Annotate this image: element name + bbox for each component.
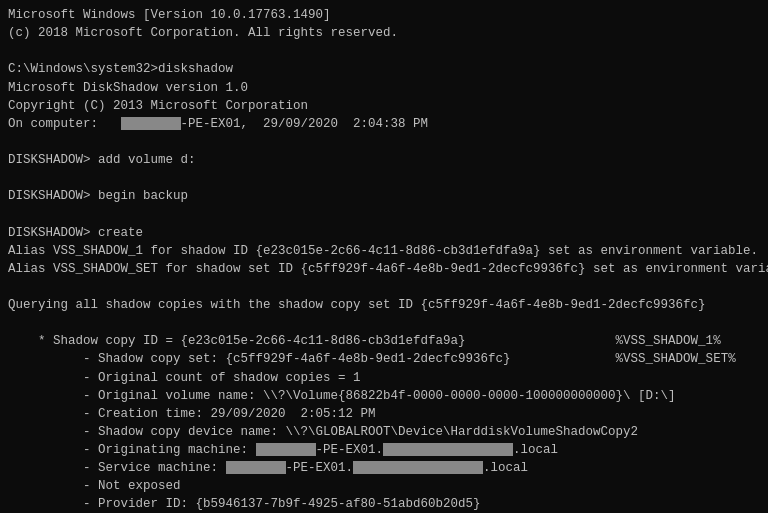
- blank-2: [8, 133, 760, 151]
- vss-shadow-1-pct: %VSS_SHADOW_1%: [616, 334, 721, 348]
- cmd-begin-backup: DISKSHADOW> begin backup: [8, 187, 760, 205]
- blank-4: [8, 205, 760, 223]
- not-exposed-line: - Not exposed: [8, 477, 760, 495]
- redacted-service-domain: [353, 461, 483, 474]
- querying-line: Querying all shadow copies with the shad…: [8, 296, 760, 314]
- provider-id-line: - Provider ID: {b5946137-7b9f-4925-af80-…: [8, 495, 760, 513]
- redacted-hostname: [121, 117, 181, 130]
- device-name-line: - Shadow copy device name: \\?\GLOBALROO…: [8, 423, 760, 441]
- redacted-service-machine: [226, 461, 286, 474]
- blank-6: [8, 314, 760, 332]
- copyright-line: Copyright (C) 2013 Microsoft Corporation: [8, 97, 760, 115]
- alias-shadow-1: Alias VSS_SHADOW_1 for shadow ID {e23c01…: [8, 242, 760, 260]
- computer-line: On computer: -PE-EX01, 29/09/2020 2:04:3…: [8, 115, 760, 133]
- blank-5: [8, 278, 760, 296]
- redacted-originating-machine: [256, 443, 316, 456]
- header-line-2: (c) 2018 Microsoft Corporation. All righ…: [8, 24, 760, 42]
- orig-vol-line: - Original volume name: \\?\Volume{86822…: [8, 387, 760, 405]
- vss-shadow-set-pct: %VSS_SHADOW_SET%: [616, 352, 736, 366]
- terminal-window: Microsoft Windows [Version 10.0.17763.14…: [0, 0, 768, 513]
- creation-time-line: - Creation time: 29/09/2020 2:05:12 PM: [8, 405, 760, 423]
- ds-version: Microsoft DiskShadow version 1.0: [8, 79, 760, 97]
- prompt-diskshadow: C:\Windows\system32>diskshadow: [8, 60, 760, 78]
- orig-count-line: - Original count of shadow copies = 1: [8, 369, 760, 387]
- shadow-copy-id-line: * Shadow copy ID = {e23c015e-2c66-4c11-8…: [8, 332, 760, 350]
- shadow-copy-set-line: - Shadow copy set: {c5ff929f-4a6f-4e8b-9…: [8, 350, 760, 368]
- blank-1: [8, 42, 760, 60]
- redacted-originating-domain: [383, 443, 513, 456]
- cmd-add-volume: DISKSHADOW> add volume d:: [8, 151, 760, 169]
- originating-machine-line: - Originating machine: -PE-EX01. .local: [8, 441, 760, 459]
- cmd-create: DISKSHADOW> create: [8, 224, 760, 242]
- service-machine-line: - Service machine: -PE-EX01. .local: [8, 459, 760, 477]
- alias-shadow-set: Alias VSS_SHADOW_SET for shadow set ID {…: [8, 260, 760, 278]
- header-line-1: Microsoft Windows [Version 10.0.17763.14…: [8, 6, 760, 24]
- blank-3: [8, 169, 760, 187]
